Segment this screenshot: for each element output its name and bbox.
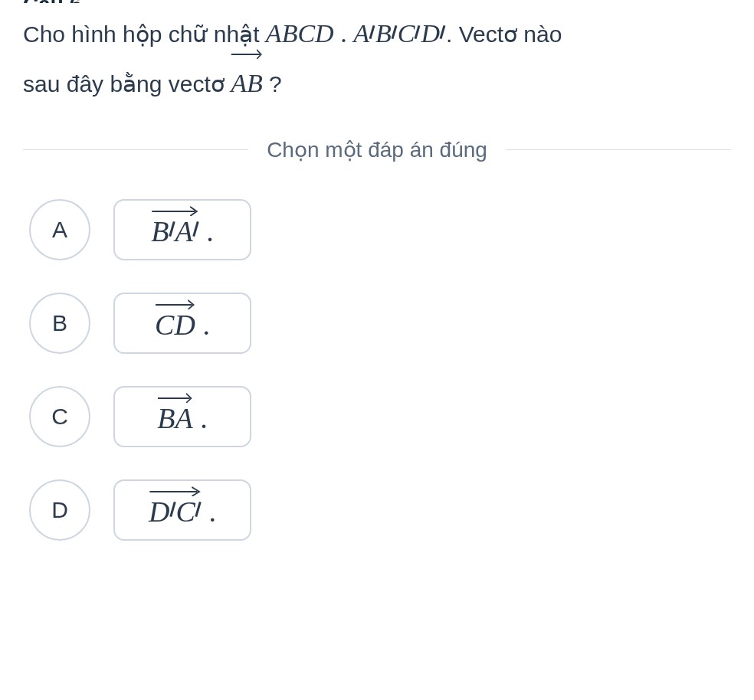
divider-line <box>23 149 248 150</box>
option-content-box[interactable]: BA . <box>113 386 251 447</box>
instruction-text: Chọn một đáp án đúng <box>248 137 506 162</box>
question-line1-prefix: Cho hình hộp chữ nhật <box>23 21 266 47</box>
option-letter-circle[interactable]: A <box>29 199 90 260</box>
math-vector-ab: AB <box>231 59 263 109</box>
option-letter-circle[interactable]: B <box>29 293 90 354</box>
option-a[interactable]: A BA . <box>29 199 731 260</box>
option-c[interactable]: C BA . <box>29 386 731 447</box>
vector-arrow-icon <box>149 486 202 496</box>
option-b[interactable]: B CD . <box>29 293 731 354</box>
vector-arrow-icon <box>155 299 195 309</box>
divider-line <box>506 149 731 150</box>
question-text: Cho hình hộp chữ nhật ABCD . ABCD . Vect… <box>23 9 731 108</box>
option-content-box[interactable]: DC . <box>113 479 251 541</box>
question-line2-prefix: sau đây bằng vectơ <box>23 71 231 96</box>
vector-arrow-icon <box>151 205 198 216</box>
question-number-cut: Câu 6 <box>23 0 731 3</box>
options-list: A BA . B CD . <box>23 199 731 541</box>
vector-arrow-icon <box>157 392 192 403</box>
option-d[interactable]: D DC . <box>29 479 731 541</box>
option-letter-circle[interactable]: C <box>29 386 90 447</box>
option-letter-circle[interactable]: D <box>29 479 90 541</box>
question-line2-suffix: ? <box>269 71 282 96</box>
option-content-box[interactable]: BA . <box>113 199 251 260</box>
vector-arrow-icon <box>231 48 263 59</box>
option-content-box[interactable]: CD . <box>113 293 251 354</box>
instruction-row: Chọn một đáp án đúng <box>23 137 731 162</box>
question-line1-mid: . Vectơ nào <box>446 21 562 47</box>
math-box-label: ABCD . ABCD <box>266 9 446 59</box>
